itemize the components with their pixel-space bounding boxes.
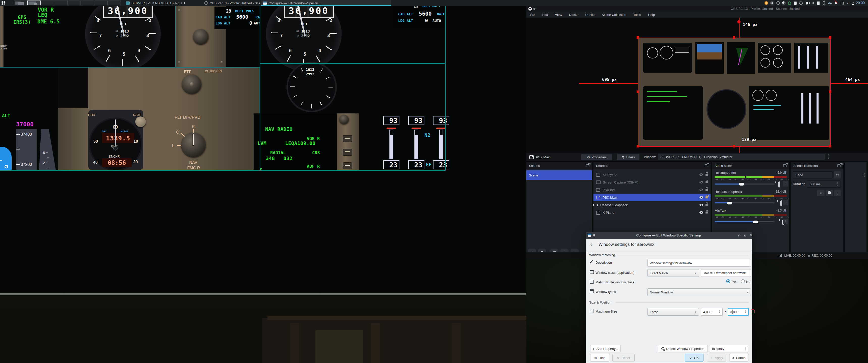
- task-configure[interactable]: Configure — Edit Window-Specific...: [261, 0, 391, 6]
- crop-handle[interactable]: [829, 145, 831, 147]
- mute-button[interactable]: [780, 200, 782, 207]
- lock-icon[interactable]: [706, 181, 708, 183]
- crop-handle[interactable]: [829, 36, 831, 39]
- lock-icon[interactable]: [706, 204, 708, 206]
- cdu-line-key[interactable]: [343, 149, 352, 156]
- cdu-knob[interactable]: [340, 115, 349, 124]
- volume-slider-handle[interactable]: [753, 221, 758, 223]
- visibility-icon[interactable]: [700, 204, 703, 206]
- maximize-button[interactable]: ∧: [744, 233, 746, 237]
- keyboard-layout-indicator[interactable]: de: [828, 1, 832, 5]
- menu-scene-collection[interactable]: Scene Collection: [598, 12, 630, 18]
- cdu-line-key[interactable]: [343, 135, 352, 142]
- popout-icon[interactable]: [783, 164, 787, 167]
- virtual-desktop[interactable]: [81, 0, 94, 5]
- visibility-icon[interactable]: [700, 181, 703, 184]
- scene-list-item[interactable]: Scene: [526, 170, 592, 180]
- menu-view[interactable]: View: [551, 12, 565, 18]
- transition-menu-button[interactable]: ⋮: [834, 190, 841, 196]
- window-class-match-select[interactable]: Exact Match∨: [648, 269, 699, 277]
- menu-docks[interactable]: Docks: [565, 12, 582, 18]
- fruit-icon[interactable]: [764, 1, 768, 5]
- virtual-desktop[interactable]: [67, 0, 81, 5]
- cdu-line-key[interactable]: [343, 162, 352, 169]
- popout-icon[interactable]: [705, 164, 708, 167]
- taskbar-clock[interactable]: 20:00: [856, 1, 865, 5]
- obs-preview[interactable]: 146 px 695 px 464 px 139 px: [526, 18, 868, 153]
- source-item-headset-loopback[interactable]: Headset Loopback: [593, 201, 711, 209]
- popout-icon[interactable]: [586, 164, 589, 167]
- visibility-icon[interactable]: [700, 196, 703, 199]
- steam-icon[interactable]: [781, 1, 786, 5]
- visibility-icon[interactable]: [700, 211, 703, 214]
- add-transition-button[interactable]: +: [817, 190, 825, 196]
- obs-window[interactable]: OBS 29.1.3 - Profile: Untitled - Scenes:…: [526, 6, 868, 259]
- crop-handle[interactable]: [733, 36, 735, 39]
- description-field[interactable]: Window settings for aerowinx: [648, 259, 751, 267]
- virtual-desktop[interactable]: [54, 0, 67, 5]
- minimize-button[interactable]: ∨: [738, 233, 740, 237]
- lock-icon[interactable]: [706, 196, 708, 198]
- usb-device-icon[interactable]: [816, 1, 820, 5]
- virtual-desktop[interactable]: [41, 0, 54, 5]
- popout-icon[interactable]: [837, 164, 841, 167]
- source-item-psx-main[interactable]: PSX Main: [593, 194, 711, 201]
- keepassxc-icon[interactable]: [770, 1, 774, 5]
- ok-button[interactable]: ✓OK: [685, 354, 704, 362]
- add-property-button[interactable]: +Add Property...: [590, 345, 620, 353]
- lock-icon[interactable]: [706, 189, 708, 191]
- notifications-bell-icon[interactable]: [850, 1, 855, 5]
- close-button[interactable]: ✕: [750, 233, 752, 237]
- obs-tray-icon[interactable]: [776, 1, 780, 5]
- lock-icon[interactable]: [706, 174, 708, 176]
- media-player-icon[interactable]: [799, 1, 803, 5]
- window-class-value-field[interactable]: -awt-x11-xframepeer aerowinx: [701, 269, 751, 277]
- mic-muted-icon[interactable]: [834, 1, 838, 5]
- transition-select-spinner[interactable]: ∧∨: [834, 171, 841, 178]
- volume-icon[interactable]: [810, 1, 815, 5]
- transitions-dock-header[interactable]: Scene Transitions: [791, 162, 843, 169]
- task-audio-icon[interactable]: [183, 2, 185, 4]
- task-psx-server[interactable]: SERVER | PFD ND MFD [1] - Pr...: [123, 0, 207, 6]
- maximum-size-mode-select[interactable]: Force∨: [648, 308, 699, 316]
- pin-icon[interactable]: [533, 8, 535, 10]
- kde-connect-icon[interactable]: [822, 1, 826, 5]
- scenes-dock-header[interactable]: Scenes: [526, 162, 592, 169]
- max-height-spinbox[interactable]: 3,000∧∨: [728, 308, 749, 316]
- virtual-desktop[interactable]: [94, 0, 107, 5]
- crop-handle[interactable]: [637, 91, 639, 93]
- duration-spinbox[interactable]: 300 ms∧∨: [807, 180, 841, 188]
- crop-rectangle[interactable]: [638, 38, 831, 147]
- visibility-icon[interactable]: [700, 189, 703, 191]
- window-select[interactable]: SERVER | PFD ND MFD [1] - Precision Simu…: [657, 153, 825, 160]
- crop-handle[interactable]: [637, 145, 639, 147]
- psx-window[interactable]: BRAKEACCUM VOR R LEQ GPS IRS(3) DME 6.5 …: [0, 6, 526, 293]
- channel-menu-button[interactable]: ⋮: [783, 200, 788, 205]
- channel-menu-button[interactable]: ⋮: [783, 219, 788, 224]
- detect-window-properties-button[interactable]: Detect Window Properties: [658, 345, 708, 353]
- help-button[interactable]: ⊕Help: [590, 354, 609, 362]
- menu-tools[interactable]: Tools: [630, 12, 645, 18]
- delete-property-trash-icon[interactable]: [751, 310, 755, 314]
- reset-button[interactable]: ↺Reset: [612, 354, 634, 362]
- menu-help[interactable]: Help: [645, 12, 658, 18]
- mute-button[interactable]: [778, 181, 780, 188]
- max-width-spinbox[interactable]: 4,000∧∨: [701, 308, 723, 316]
- guide-dot[interactable]: [737, 20, 741, 24]
- menu-edit[interactable]: Edit: [539, 12, 551, 18]
- back-chevron[interactable]: ‹: [590, 241, 592, 248]
- panel-knob[interactable]: [193, 29, 209, 44]
- popout-icon[interactable]: [843, 164, 843, 169]
- crop-handle[interactable]: [637, 36, 639, 39]
- crop-handle[interactable]: [733, 145, 735, 147]
- task-obs[interactable]: OBS 29.1.3 - Profile: Untitled - Sce...: [202, 0, 266, 6]
- properties-button[interactable]: ⚙Properties: [581, 154, 612, 160]
- visibility-icon[interactable]: [700, 173, 703, 176]
- virtual-desktop-active[interactable]: [27, 0, 41, 5]
- crop-handle[interactable]: [829, 91, 831, 93]
- clipboard-icon[interactable]: [793, 1, 797, 5]
- volume-slider-handle[interactable]: [727, 202, 732, 204]
- source-item-screen-capture[interactable]: Screen Capture (XSHM): [593, 178, 711, 186]
- apply-button[interactable]: ✓Apply: [707, 354, 726, 362]
- window-rules-dialog[interactable]: Configure — Edit Window-Specific Setting…: [586, 232, 752, 363]
